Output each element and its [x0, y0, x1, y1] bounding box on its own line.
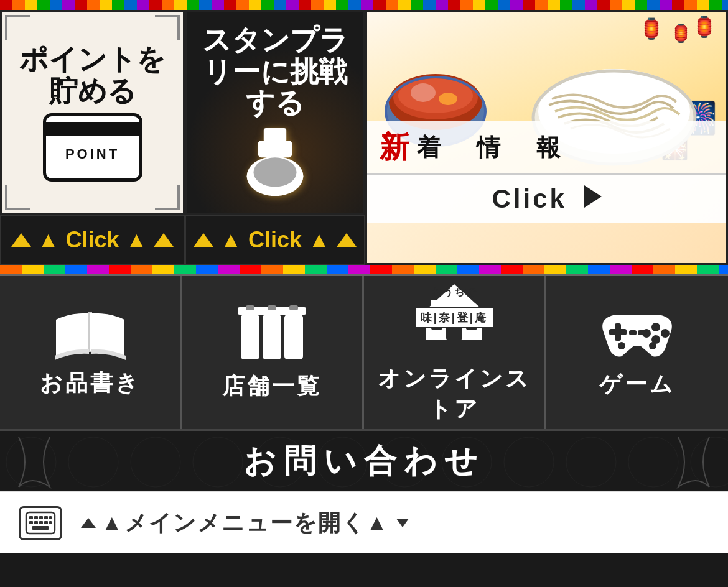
svg-point-8	[411, 83, 436, 102]
tile-online-label: オンラインストア	[376, 364, 532, 425]
svg-rect-20	[268, 305, 276, 310]
shin-character: 新	[380, 127, 409, 167]
contact-left-deco	[0, 431, 75, 491]
point-click-bar[interactable]: ▲ Click ▲	[0, 215, 185, 265]
tile-menu[interactable]: お品書き	[0, 276, 182, 429]
svg-rect-44	[29, 521, 33, 524]
card-stamp[interactable]: スタンプラリーに挑戦する	[185, 10, 365, 215]
bottom-nav: ▲メインメニューを開く▲	[0, 491, 728, 553]
svg-rect-16	[241, 315, 259, 359]
svg-point-9	[439, 93, 457, 105]
food-photo-area: 🏮 🏮 🏮 🎆 🎇	[367, 12, 726, 173]
stamp-icon	[238, 128, 312, 196]
book-icon	[53, 307, 128, 363]
point-card-text: POINT	[65, 146, 119, 162]
svg-point-36	[618, 342, 625, 349]
tile-menu-label: お品書き	[40, 368, 141, 399]
menu-arrow-up-icon	[81, 518, 96, 528]
svg-rect-45	[34, 521, 38, 524]
card-point-title: ポイントを貯める	[14, 44, 170, 106]
svg-rect-41	[39, 516, 43, 519]
card-point[interactable]: ポイントを貯める POINT	[0, 10, 185, 215]
tile-stores-label: 店舗一覧	[222, 371, 322, 402]
svg-rect-19	[246, 305, 254, 310]
menu-open-label[interactable]: ▲メインメニューを開く▲	[81, 508, 409, 538]
bottom-confetti-strip	[0, 265, 728, 274]
svg-rect-35	[638, 330, 645, 335]
store-name-box: 味|奈|登|庵	[414, 307, 494, 328]
svg-point-7	[398, 78, 473, 113]
card-news[interactable]: 🏮 🏮 🏮 🎆 🎇	[365, 10, 728, 265]
corner-decoration-bl	[5, 185, 30, 210]
svg-rect-0	[264, 128, 286, 142]
svg-rect-18	[284, 315, 303, 359]
arrow-up-stamp-left-icon	[194, 233, 213, 247]
contact-bar[interactable]: お問い合わせ	[0, 429, 728, 491]
contact-right-deco	[653, 431, 728, 491]
tile-game[interactable]: ゲーム	[546, 276, 729, 429]
news-click-bar[interactable]: Click	[367, 173, 726, 223]
svg-rect-46	[39, 521, 43, 524]
point-card-icon: POINT	[43, 113, 142, 182]
point-click-label: ▲ Click ▲	[11, 227, 174, 253]
stamp-click-bar[interactable]: ▲ Click ▲	[185, 215, 365, 265]
svg-rect-17	[263, 315, 281, 359]
svg-point-37	[649, 342, 656, 349]
keyboard-icon[interactable]	[19, 506, 62, 540]
tile-stores[interactable]: 店舗一覧	[182, 276, 365, 429]
arrow-up-stamp-right-icon	[337, 233, 357, 247]
arrow-right-icon	[584, 185, 602, 208]
noren-icon	[231, 304, 312, 366]
corner-decoration-tr	[155, 15, 180, 40]
tile-game-label: ゲーム	[599, 369, 675, 400]
house-icon-container: おうちで 味|奈|登|庵	[411, 281, 498, 340]
svg-rect-1	[258, 141, 292, 157]
svg-rect-47	[44, 521, 48, 524]
menu-arrow-down-icon	[396, 519, 409, 527]
tile-online[interactable]: おうちで 味|奈|登|庵 オンラインストア	[364, 276, 546, 429]
news-subtitle: 着 情 報	[417, 132, 566, 164]
svg-rect-34	[629, 330, 637, 335]
svg-rect-40	[34, 516, 38, 519]
bottom-grid: お品書き 店舗一覧	[0, 274, 728, 429]
svg-point-31	[661, 329, 670, 338]
corner-decoration-br	[155, 185, 180, 210]
contact-label: お問い合わせ	[243, 440, 485, 483]
svg-point-3	[253, 157, 296, 187]
card-stamp-title: スタンプラリーに挑戦する	[199, 24, 351, 119]
svg-rect-43	[49, 516, 52, 519]
svg-rect-29	[615, 323, 621, 341]
svg-rect-42	[44, 516, 48, 519]
news-click-label: Click	[492, 184, 601, 214]
svg-rect-39	[29, 516, 33, 519]
top-decoration-strip	[0, 0, 728, 10]
svg-point-30	[651, 323, 660, 331]
news-title-bar: 新 着 情 報	[367, 121, 726, 173]
svg-rect-48	[49, 521, 52, 524]
svg-rect-49	[32, 526, 49, 530]
stamp-click-label: ▲ Click ▲	[194, 227, 356, 253]
top-grid-section: ポイントを貯める POINT スタンプラリーに挑戦する 🏮 🏮 🏮 🎆 🎇	[0, 10, 728, 265]
svg-rect-21	[289, 305, 298, 310]
corner-decoration-tl	[5, 15, 30, 40]
arrow-up-right-icon	[154, 233, 174, 247]
point-card-stripe	[46, 122, 139, 136]
game-controller-icon	[594, 305, 681, 364]
arrow-up-left-icon	[11, 233, 31, 247]
ouchide-label: おうちで	[432, 286, 477, 299]
